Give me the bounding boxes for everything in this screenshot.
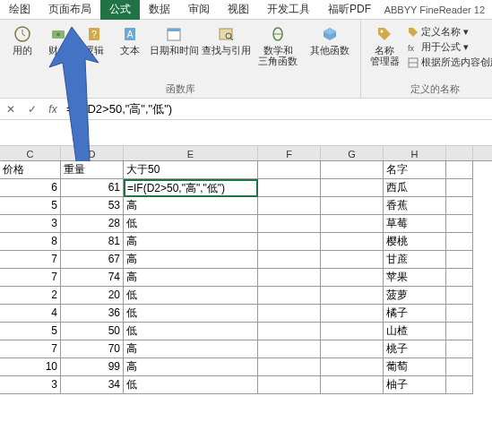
- cell[interactable]: 低: [124, 323, 258, 340]
- cell[interactable]: 大于50: [124, 161, 258, 179]
- cell[interactable]: [446, 287, 473, 305]
- cell[interactable]: [321, 233, 384, 251]
- col-header-e[interactable]: E: [124, 146, 258, 160]
- cell[interactable]: [446, 340, 473, 358]
- cell[interactable]: [258, 197, 321, 215]
- cell[interactable]: [321, 215, 384, 233]
- cell[interactable]: [446, 269, 473, 287]
- cell[interactable]: [321, 340, 384, 358]
- cell[interactable]: 70: [61, 340, 124, 358]
- cell[interactable]: 甘蔗: [384, 251, 446, 269]
- tab-formulas[interactable]: 公式: [100, 0, 140, 20]
- cell[interactable]: 柚子: [384, 376, 446, 394]
- cell[interactable]: 6: [0, 179, 61, 197]
- cell[interactable]: 高: [124, 197, 258, 215]
- cell[interactable]: [321, 376, 384, 394]
- cell[interactable]: 74: [61, 269, 124, 287]
- btn-lookup[interactable]: 查找与引用: [201, 23, 251, 68]
- cell[interactable]: 草莓: [384, 215, 446, 233]
- cell[interactable]: 价格: [0, 161, 61, 179]
- active-cell[interactable]: =IF(D2>50,"高","低"): [124, 179, 258, 197]
- cell[interactable]: 苹果: [384, 269, 446, 287]
- cell[interactable]: 名字: [384, 161, 446, 179]
- cell[interactable]: [321, 358, 384, 376]
- cell[interactable]: [258, 305, 321, 323]
- cell[interactable]: [321, 323, 384, 340]
- cell[interactable]: [258, 323, 321, 340]
- cell[interactable]: 20: [61, 287, 124, 305]
- cell[interactable]: 3: [0, 215, 61, 233]
- cell[interactable]: [258, 340, 321, 358]
- cell[interactable]: 香蕉: [384, 197, 446, 215]
- cell[interactable]: 山楂: [384, 323, 446, 340]
- cell[interactable]: 重量: [61, 161, 124, 179]
- col-header-g[interactable]: G: [321, 146, 384, 160]
- cell[interactable]: [258, 287, 321, 305]
- cell[interactable]: [321, 287, 384, 305]
- cell[interactable]: 99: [61, 358, 124, 376]
- cell[interactable]: [258, 376, 321, 394]
- cell[interactable]: [258, 179, 321, 197]
- cell[interactable]: [258, 269, 321, 287]
- tab-view[interactable]: 视图: [219, 0, 258, 20]
- btn-recently-used[interactable]: 用的: [5, 23, 39, 68]
- cell[interactable]: 7: [0, 340, 61, 358]
- cell[interactable]: 葡萄: [384, 358, 446, 376]
- tab-review[interactable]: 审阅: [179, 0, 219, 20]
- cell[interactable]: [446, 161, 473, 179]
- cell[interactable]: 67: [61, 251, 124, 269]
- tab-page-layout[interactable]: 页面布局: [39, 0, 100, 20]
- btn-define-name[interactable]: 定义名称 ▾: [408, 25, 492, 39]
- btn-financial[interactable]: 财务: [41, 23, 75, 68]
- cell[interactable]: 61: [61, 179, 124, 197]
- tab-data[interactable]: 数据: [140, 0, 179, 20]
- tab-draw[interactable]: 绘图: [0, 0, 39, 20]
- btn-text[interactable]: A 文本: [113, 23, 147, 68]
- cell[interactable]: 低: [124, 215, 258, 233]
- cell[interactable]: 50: [61, 323, 124, 340]
- col-header-f[interactable]: F: [258, 146, 321, 160]
- cell[interactable]: [321, 179, 384, 197]
- cell[interactable]: 高: [124, 251, 258, 269]
- tab-developer[interactable]: 开发工具: [258, 0, 319, 20]
- cell[interactable]: 低: [124, 376, 258, 394]
- cell[interactable]: 10: [0, 358, 61, 376]
- formula-input[interactable]: [63, 100, 492, 117]
- cell[interactable]: 7: [0, 269, 61, 287]
- cell[interactable]: 81: [61, 233, 124, 251]
- cell[interactable]: [321, 269, 384, 287]
- cell[interactable]: [321, 161, 384, 179]
- col-header-h[interactable]: H: [384, 146, 446, 160]
- btn-logical[interactable]: ? 逻辑: [77, 23, 111, 68]
- cell[interactable]: [258, 358, 321, 376]
- col-header-c[interactable]: C: [0, 146, 61, 160]
- cell[interactable]: 低: [124, 305, 258, 323]
- cell[interactable]: 4: [0, 305, 61, 323]
- cell[interactable]: 西瓜: [384, 179, 446, 197]
- cell[interactable]: [446, 197, 473, 215]
- btn-name-manager[interactable]: 名称管理器: [367, 23, 402, 71]
- cell[interactable]: [446, 215, 473, 233]
- cell[interactable]: 34: [61, 376, 124, 394]
- cell[interactable]: 8: [0, 233, 61, 251]
- cell[interactable]: [258, 251, 321, 269]
- cell[interactable]: [446, 233, 473, 251]
- cell[interactable]: [258, 215, 321, 233]
- fx-icon[interactable]: fx: [43, 103, 63, 116]
- cell[interactable]: [258, 161, 321, 179]
- cell[interactable]: 5: [0, 197, 61, 215]
- cell[interactable]: 高: [124, 340, 258, 358]
- btn-use-in-formula[interactable]: fx用于公式 ▾: [408, 40, 492, 54]
- cell[interactable]: 低: [124, 287, 258, 305]
- cell[interactable]: [446, 376, 473, 394]
- col-header-i[interactable]: [446, 146, 473, 160]
- cell[interactable]: 36: [61, 305, 124, 323]
- cell[interactable]: 樱桃: [384, 233, 446, 251]
- btn-create-from-selection[interactable]: 根据所选内容创建: [408, 56, 492, 69]
- cell[interactable]: [321, 197, 384, 215]
- cell[interactable]: [258, 233, 321, 251]
- btn-math-trig[interactable]: 数学和三角函数: [253, 23, 303, 68]
- cell[interactable]: [321, 251, 384, 269]
- cell[interactable]: 高: [124, 233, 258, 251]
- cell[interactable]: [446, 358, 473, 376]
